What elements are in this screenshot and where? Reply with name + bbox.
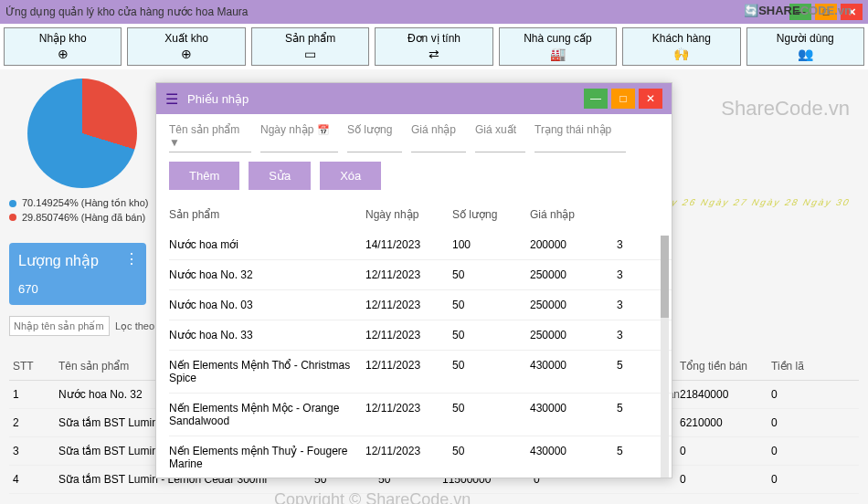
pie-chart-widget: 70.149254% (Hàng tồn kho) 29.850746% (Hà… bbox=[9, 79, 155, 226]
tool-nhap-kho[interactable]: Nhập kho⊕ bbox=[4, 27, 122, 66]
product-name-dropdown[interactable]: Tên sản phẩm ▼ bbox=[169, 123, 251, 152]
main-toolbar: Nhập kho⊕ Xuất kho⊕ Sản phẩm▭ Đơn vị tín… bbox=[0, 24, 868, 69]
modal-table-header: Sản phẩm Ngày nhập Số lượng Giá nhập bbox=[169, 199, 672, 230]
pie-chart bbox=[27, 79, 137, 188]
import-price-field[interactable]: Giá nhập bbox=[411, 123, 466, 152]
tool-don-vi-tinh[interactable]: Đơn vị tính⇄ bbox=[375, 27, 492, 66]
table-row[interactable]: Nến Elements Mệnh Thổ - Christmas Spice1… bbox=[169, 351, 672, 394]
card-label: Lượng nhập bbox=[18, 252, 137, 269]
import-date-field[interactable]: Ngày nhập 📅 bbox=[260, 123, 338, 152]
modal-close[interactable]: ✕ bbox=[639, 89, 662, 109]
modal-table: Sản phẩm Ngày nhập Số lượng Giá nhập Nướ… bbox=[156, 199, 672, 478]
table-row[interactable]: Nến Elements mệnh Thuỷ - Fougere Marine1… bbox=[169, 436, 672, 478]
more-icon[interactable]: ⋮ bbox=[124, 250, 139, 268]
modal-buttons: Thêm Sửa Xóa bbox=[156, 162, 672, 199]
factory-icon: 🏭 bbox=[502, 47, 614, 61]
pie-legend: 70.149254% (Hàng tồn kho) 29.850746% (Hà… bbox=[9, 197, 155, 223]
status-field[interactable]: Trạng thái nhập bbox=[535, 123, 626, 152]
legend-dot-red bbox=[9, 214, 16, 221]
add-button[interactable]: Thêm bbox=[169, 162, 239, 190]
table-row[interactable]: Nước hoa No. 3212/11/2023502500003 bbox=[169, 260, 672, 290]
tool-xuat-kho[interactable]: Xuất kho⊕ bbox=[127, 27, 245, 66]
tool-nha-cung-cap[interactable]: Nhà cung cấp🏭 bbox=[499, 27, 617, 66]
main-content: 70.149254% (Hàng tồn kho) 29.850746% (Hà… bbox=[0, 69, 868, 504]
unit-icon: ⇄ bbox=[377, 47, 490, 61]
sharecode-logo: 🔄SHARECODE.vn bbox=[744, 4, 852, 17]
import-modal: ☰ Phiếu nhập — □ ✕ Tên sản phẩm ▼ Ngày n… bbox=[155, 82, 672, 478]
modal-scrollbar[interactable] bbox=[661, 236, 669, 478]
scrollbar-thumb[interactable] bbox=[661, 236, 669, 318]
tool-khach-hang[interactable]: Khách hàng🙌 bbox=[622, 27, 740, 66]
search-input[interactable] bbox=[9, 316, 110, 336]
copyright-watermark: Copyright © ShareCode.vn bbox=[274, 490, 471, 504]
app-title: Ứng dụng quản lý kho cửa hàng nước hoa M… bbox=[5, 5, 249, 18]
edit-button[interactable]: Sửa bbox=[249, 162, 311, 190]
table-row[interactable]: Nước hoa No. 0312/11/2023502500003 bbox=[169, 290, 672, 320]
quantity-field[interactable]: Số lượng bbox=[347, 123, 402, 152]
plus-circle-icon: ⊕ bbox=[130, 47, 242, 61]
tool-nguoi-dung[interactable]: Người dùng👥 bbox=[746, 27, 864, 66]
modal-titlebar: ☰ Phiếu nhập — □ ✕ bbox=[156, 83, 672, 114]
table-row[interactable]: Nước hoa No. 3312/11/2023502500003 bbox=[169, 320, 672, 351]
card-value: 670 bbox=[18, 282, 137, 296]
delete-button[interactable]: Xóa bbox=[320, 162, 381, 190]
modal-title-text: Phiếu nhập bbox=[187, 92, 249, 106]
calendar-icon[interactable]: 📅 bbox=[317, 124, 330, 135]
table-row[interactable]: Nước hoa mới14/11/20231002000003 bbox=[169, 230, 672, 260]
modal-minimize[interactable]: — bbox=[584, 89, 608, 109]
tool-san-pham[interactable]: Sản phẩm▭ bbox=[251, 27, 369, 66]
import-quantity-card[interactable]: ⋮ Lượng nhập 670 bbox=[9, 243, 146, 305]
watermark-text: ShareCode.vn bbox=[721, 97, 850, 121]
search-row: Lọc theo ▼ bbox=[9, 316, 167, 336]
app-titlebar: Ứng dụng quản lý kho cửa hàng nước hoa M… bbox=[0, 0, 868, 24]
hamburger-icon[interactable]: ☰ bbox=[165, 90, 178, 108]
legend-dot-blue bbox=[9, 200, 16, 207]
users-icon: 👥 bbox=[749, 47, 862, 61]
export-price-field[interactable]: Giá xuất bbox=[475, 123, 525, 152]
table-row[interactable]: Nến Elements Mệnh Mộc - Orange Sandalwoo… bbox=[169, 394, 672, 436]
customer-icon: 🙌 bbox=[625, 47, 737, 61]
plus-circle-icon: ⊕ bbox=[6, 47, 119, 61]
product-icon: ▭ bbox=[254, 47, 366, 61]
modal-maximize[interactable]: □ bbox=[611, 89, 635, 109]
modal-form: Tên sản phẩm ▼ Ngày nhập 📅 Số lượng Giá … bbox=[156, 114, 672, 162]
